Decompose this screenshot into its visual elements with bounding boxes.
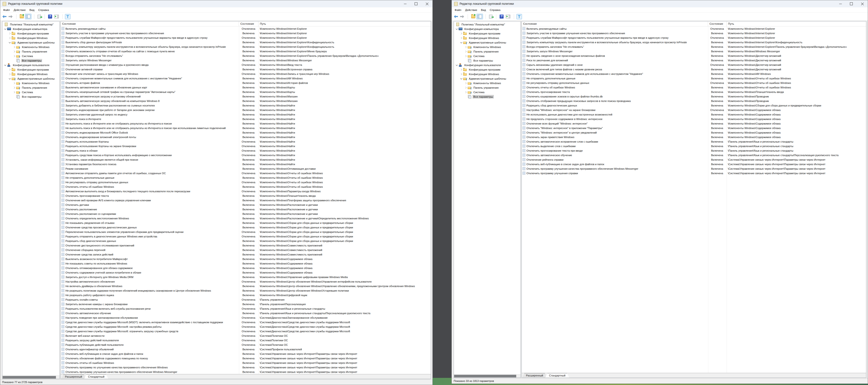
policy-row[interactable]: Список включений для типов файлов с низк…	[522, 67, 866, 72]
column-header[interactable]: Путь	[726, 22, 866, 26]
policy-row[interactable]: Отключение веб-проверки AVS клиента серв…	[61, 198, 431, 203]
policy-row[interactable]: Разрешить публикацию действий пользовате…	[61, 343, 431, 347]
policy-row[interactable]: Отключение дистанционного отслеживания п…	[61, 243, 431, 248]
chevron-icon[interactable]	[459, 68, 463, 72]
toolbar-button[interactable]	[488, 14, 493, 20]
chevron-icon[interactable]	[459, 72, 463, 76]
chevron-icon[interactable]	[8, 68, 12, 72]
toolbar-button[interactable]	[453, 14, 459, 19]
minimize-button[interactable]	[400, 0, 410, 7]
policy-row[interactable]: Не отправлять дополнительные данные Вклю…	[61, 175, 431, 180]
toolbar-button[interactable]	[8, 14, 13, 19]
policy-row[interactable]: Улучшение распознавания ввода с клавиату…	[61, 63, 431, 67]
policy-row[interactable]: Настройка автоматического обновления Отк…	[61, 279, 431, 284]
tree-item[interactable]: Система	[454, 54, 521, 58]
toolbar-button[interactable]	[53, 14, 60, 19]
tree-item[interactable]: Конфигурация программ	[454, 67, 521, 72]
policy-row[interactable]: Отключить определитель местоположения Wi…	[61, 216, 431, 220]
toolbar-button[interactable]	[505, 14, 511, 19]
column-header[interactable]: Состояние	[522, 22, 708, 26]
toolbar-button[interactable]	[494, 13, 498, 20]
policy-row[interactable]: Отключение средства просмотра диагностич…	[61, 225, 431, 230]
policy-row[interactable]: Отключить отчеты об ошибках Windows Вклю…	[61, 360, 431, 365]
view-tab[interactable]: Стандартный	[545, 373, 569, 378]
policy-row[interactable]: Отключить отчеты об ошибках Windows Вклю…	[522, 85, 866, 90]
tree-item[interactable]: Компоненты Windows	[454, 45, 521, 49]
policy-row[interactable]: Отключение рейтинга справки Включена \Си…	[522, 157, 866, 162]
policy-row[interactable]: Отключить индексирование Microsoft Offic…	[61, 130, 431, 135]
toolbar-button[interactable]	[1, 14, 7, 19]
policy-row[interactable]: Не включать драйверы в обновления Window…	[61, 284, 431, 288]
menu-item[interactable]: Файл	[453, 8, 463, 11]
tree-item[interactable]: Административные шаблоны	[2, 40, 60, 45]
chevron-icon[interactable]	[12, 81, 16, 85]
policy-row[interactable]: Разрешить загрузку действий пользователя…	[61, 338, 431, 343]
chevron-icon[interactable]	[8, 77, 12, 80]
policy-row[interactable]: Запретить участие в программе улучшения …	[61, 31, 431, 35]
column-header[interactable]: Состояние	[61, 22, 239, 26]
tree-item[interactable]: Конфигурация Windows	[454, 36, 521, 40]
policy-row[interactable]: Разрешить сбор диагностических данных Вк…	[61, 239, 431, 243]
policy-row[interactable]: Включить рекомендуемые сайты Отключена \…	[61, 26, 431, 31]
toolbar-button[interactable]	[499, 13, 504, 20]
toolbar-button[interactable]	[47, 13, 53, 20]
tree-item[interactable]: Система	[2, 90, 60, 94]
policy-row[interactable]: Запретить компьютеру загружать панели ин…	[522, 40, 866, 44]
policy-row[interactable]: Отключить автоматическое обучение Включе…	[61, 311, 431, 315]
tree-item[interactable]: Панель управления	[454, 49, 521, 54]
policy-row[interactable]: Настроить поведение при запланированном …	[61, 315, 431, 320]
policy-row[interactable]: Отключение активной справки Включена \Ко…	[61, 67, 431, 72]
policy-row[interactable]: Отключить автоматическое исправление сло…	[522, 139, 866, 144]
toolbar-button[interactable]	[483, 13, 488, 20]
chevron-icon[interactable]	[459, 32, 463, 35]
toolbar-button[interactable]	[32, 13, 36, 20]
chevron-icon[interactable]	[459, 41, 463, 44]
policy-row[interactable]: Выключить возможности потребителя Майкро…	[61, 257, 431, 261]
policy-row[interactable]: Отключить индексирование вложений электр…	[61, 135, 431, 139]
tree-item[interactable]: Панель управления	[454, 85, 521, 90]
policy-row[interactable]: Разрешить онлайн-советы Отключена \Панел…	[61, 297, 431, 302]
tree-item[interactable]: Все параметры	[2, 58, 60, 63]
tree-item[interactable]: Конфигурация компьютера	[2, 27, 60, 31]
policy-row[interactable]: Не выполнять поиск в Интернете или не от…	[61, 126, 431, 130]
policy-row[interactable]: Выключить автоматическое скачивание и об…	[61, 85, 431, 90]
chevron-icon[interactable]	[8, 41, 12, 44]
policy-row[interactable]: Не регулировать отправку дополнительных …	[61, 180, 431, 184]
tree-item[interactable]: Административные шаблоны	[2, 76, 60, 81]
column-header[interactable]: Состояние	[708, 22, 726, 26]
maximize-button[interactable]	[846, 0, 857, 7]
policy-row[interactable]: Включает или отключает запись и трансляц…	[61, 72, 431, 76]
tree-item[interactable]: Конфигурация Windows	[2, 36, 60, 40]
tree-item[interactable]: Панель управления	[2, 49, 60, 54]
toolbar-button[interactable]	[60, 13, 65, 20]
policy-row[interactable]: Отключить прогнозирование текста Включен…	[61, 194, 431, 198]
chevron-icon[interactable]	[3, 27, 7, 31]
policy-row[interactable]: Запретить поиск в Интернете Включена \Ко…	[61, 117, 431, 121]
policy-row[interactable]: Запретить клиентам удаленный запрос по и…	[61, 112, 431, 117]
tree-item[interactable]: Компоненты Windows	[2, 45, 60, 49]
chevron-icon[interactable]	[12, 54, 16, 58]
menu-item[interactable]: Справка	[488, 8, 502, 11]
policy-row[interactable]: Отключить программу по улучшению качеств…	[61, 365, 431, 370]
policy-row[interactable]: Отключить "Windows: интересное" в прилож…	[522, 126, 866, 130]
policy-row[interactable]: Отключить историю файлов Включена \Компо…	[61, 80, 431, 85]
title-bar[interactable]: Редактор локальной групповой политики	[0, 0, 432, 7]
policy-row[interactable]: Разрешить службам Майкрософт предоставля…	[61, 35, 431, 40]
policy-row[interactable]: Риск по умолчанию для вложений Включена …	[522, 58, 866, 63]
tree-item[interactable]: Конфигурация программ	[454, 31, 521, 36]
chevron-icon[interactable]	[464, 50, 468, 54]
policy-row[interactable]: Отключить отчеты об ошибках Windows Вклю…	[61, 184, 431, 189]
policy-row[interactable]: Отключение сборщика перечней Включена \К…	[61, 248, 431, 252]
tree-item[interactable]: Административные шаблоны	[454, 76, 521, 81]
policy-row[interactable]: Отключить программу улучшения справки Вк…	[522, 171, 866, 175]
policy-row[interactable]: Отключить программу улучшения качества п…	[61, 370, 431, 374]
policy-row[interactable]: Выключить автоматическую загрузку обновл…	[61, 99, 431, 103]
policy-row[interactable]: Разрешить средствам поиска и Кортане исп…	[61, 153, 431, 157]
policy-row[interactable]: Автоматически отправлять дампы памяти дл…	[61, 171, 431, 175]
policy-row[interactable]: Переключение пользовательских элементов …	[61, 230, 431, 234]
menu-item[interactable]: Вид	[479, 8, 488, 11]
policy-row[interactable]: Отключить веб-публикацию в списке задач …	[61, 351, 431, 356]
toolbar-button[interactable]	[37, 14, 42, 20]
policy-row[interactable]: Не использовать данные диагностики для н…	[522, 112, 866, 117]
policy-row[interactable]: Отключить расположение со сценариями Вкл…	[61, 211, 431, 216]
